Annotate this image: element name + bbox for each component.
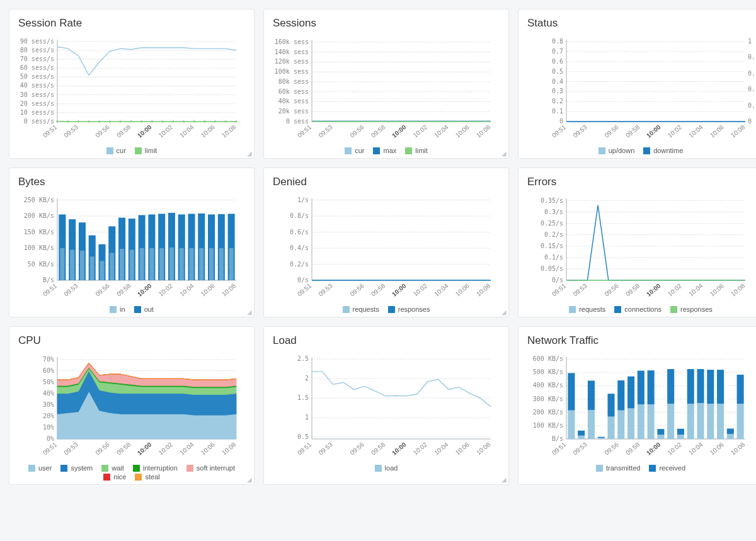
svg-text:10:08: 10:08 [475,123,492,139]
svg-text:0.5: 0.5 [297,433,309,440]
panel-title: Status [527,17,754,30]
legend-item[interactable]: nice [103,473,126,481]
svg-rect-307 [627,408,634,439]
svg-text:09:53: 09:53 [317,441,334,457]
panel-network[interactable]: Network TrafficB/s100 KB/s200 KB/s300 KB… [518,326,756,485]
svg-text:0.8: 0.8 [552,38,563,45]
svg-text:10:00: 10:00 [645,123,662,139]
svg-text:80 sess/s: 80 sess/s [20,47,54,54]
legend-item[interactable]: soft interrupt [186,464,235,472]
legend-item[interactable]: requests [343,305,379,313]
legend-item[interactable]: received [649,464,685,472]
legend-label: user [38,464,52,472]
svg-text:10:02: 10:02 [158,282,175,298]
legend-item[interactable]: user [28,464,52,472]
svg-text:10:08: 10:08 [220,282,238,298]
svg-point-34 [88,120,90,123]
svg-rect-167 [209,248,214,280]
panel-sessions[interactable]: Sessions0 sess20k sess40k sess60k sess80… [263,9,509,159]
svg-text:10:08: 10:08 [730,441,747,457]
panel-sessionRate[interactable]: Session Rate0 sess/s10 sess/s20 sess/s30… [9,9,255,159]
legend-item[interactable]: steal [135,473,159,481]
legend-label: responses [398,305,430,313]
svg-text:1/s: 1/s [297,196,309,203]
panel-load[interactable]: Load0.511.522.509:5109:5309:5609:5810:00… [263,326,509,485]
svg-text:10:08: 10:08 [220,441,238,457]
chart-sessions[interactable]: 0 sess20k sess40k sess60k sess80k sess10… [273,36,500,143]
svg-text:0.4: 0.4 [552,78,563,85]
legend-item[interactable]: system [60,464,93,472]
panel-bytes[interactable]: BytesB/s50 KB/s100 KB/s150 KB/s200 KB/s2… [9,168,255,317]
svg-text:09:58: 09:58 [370,123,387,139]
svg-text:09:53: 09:53 [317,282,334,298]
panel-errors[interactable]: Errors0/s0.05/s0.1/s0.15/s0.2/s0.25/s0.3… [518,168,756,317]
resize-handle-icon[interactable]: ◢ [501,150,507,157]
legend-item[interactable]: load [375,464,398,472]
legend-item[interactable]: interruption [133,464,178,472]
svg-text:09:53: 09:53 [571,123,588,139]
chart-load[interactable]: 0.511.522.509:5109:5309:5609:5810:0010:0… [273,353,500,460]
legend-item[interactable]: limit [405,147,428,154]
svg-rect-330 [737,375,744,404]
svg-text:09:58: 09:58 [115,441,132,457]
svg-text:09:51: 09:51 [42,123,59,139]
legend-label: connections [624,305,662,313]
svg-text:0 sess/s: 0 sess/s [24,118,54,125]
panel-denied[interactable]: Denied0/s0.2/s0.4/s0.6/s0.8/s1/s09:5109:… [263,168,509,317]
svg-text:30 sess/s: 30 sess/s [20,91,54,98]
svg-text:B/s: B/s [552,435,563,442]
legend-item[interactable]: max [373,147,396,154]
svg-text:2: 2 [305,375,309,382]
resize-handle-icon[interactable]: ◢ [501,476,507,483]
legend-item[interactable]: cur [106,147,126,154]
svg-text:10:02: 10:02 [667,282,684,298]
legend-item[interactable]: cur [345,147,364,154]
svg-rect-301 [598,438,605,439]
panel-cpu[interactable]: CPU0%10%20%30%40%50%60%70%09:5109:5309:5… [9,326,255,485]
chart-errors[interactable]: 0/s0.05/s0.1/s0.15/s0.2/s0.25/s0.3/s0.35… [527,195,754,302]
legend-swatch [569,306,576,313]
chart-denied[interactable]: 0/s0.2/s0.4/s0.6/s0.8/s1/s09:5109:5309:5… [273,195,500,302]
legend-item[interactable]: limit [135,147,158,154]
svg-text:200 KB/s: 200 KB/s [533,409,563,416]
chart-status[interactable]: 00.10.20.30.40.50.60.70.800.20.40.60.810… [527,36,754,143]
legend-item[interactable]: connections [614,305,662,313]
panel-status[interactable]: Status00.10.20.30.40.50.60.70.800.20.40.… [518,9,756,159]
chart-sessionRate[interactable]: 0 sess/s10 sess/s20 sess/s30 sess/s40 se… [18,36,245,143]
svg-rect-303 [607,416,614,439]
resize-handle-icon[interactable]: ◢ [501,309,507,316]
legend-item[interactable]: in [110,305,125,313]
legend-item[interactable]: requests [569,305,605,313]
legend-item[interactable]: out [134,305,154,313]
svg-rect-137 [60,248,64,280]
svg-text:09:58: 09:58 [624,441,641,457]
svg-text:0.05/s: 0.05/s [541,265,563,272]
legend-label: downtime [653,147,683,154]
resize-handle-icon[interactable]: ◢ [247,150,252,157]
chart-bytes[interactable]: B/s50 KB/s100 KB/s150 KB/s200 KB/s250 KB… [18,195,245,302]
legend-item[interactable]: responses [388,305,430,313]
svg-text:09:56: 09:56 [349,123,366,139]
svg-text:40k sess: 40k sess [278,98,309,105]
resize-handle-icon[interactable]: ◢ [247,476,252,483]
svg-text:B/s: B/s [43,276,54,283]
resize-handle-icon[interactable]: ◢ [247,309,252,316]
svg-text:10:00: 10:00 [391,123,408,139]
svg-text:20k sess: 20k sess [278,108,309,115]
svg-text:09:58: 09:58 [624,282,641,298]
svg-text:50 KB/s: 50 KB/s [28,261,54,268]
legend-item[interactable]: transmitted [596,464,640,472]
legend-item[interactable]: downtime [643,147,683,154]
legend-item[interactable]: wait [101,464,124,472]
svg-text:09:56: 09:56 [349,441,366,457]
legend-item[interactable]: up/down [598,147,635,154]
chart-cpu[interactable]: 0%10%20%30%40%50%60%70%09:5109:5309:5609… [18,353,245,460]
legend-swatch [133,465,140,472]
legend-swatch [596,465,603,472]
svg-text:10:06: 10:06 [709,441,726,457]
legend-item[interactable]: responses [670,305,713,313]
chart-network[interactable]: B/s100 KB/s200 KB/s300 KB/s400 KB/s500 K… [527,353,754,460]
legend-label: requests [353,305,379,313]
svg-rect-312 [648,370,655,404]
svg-text:160k sess: 160k sess [275,38,309,45]
